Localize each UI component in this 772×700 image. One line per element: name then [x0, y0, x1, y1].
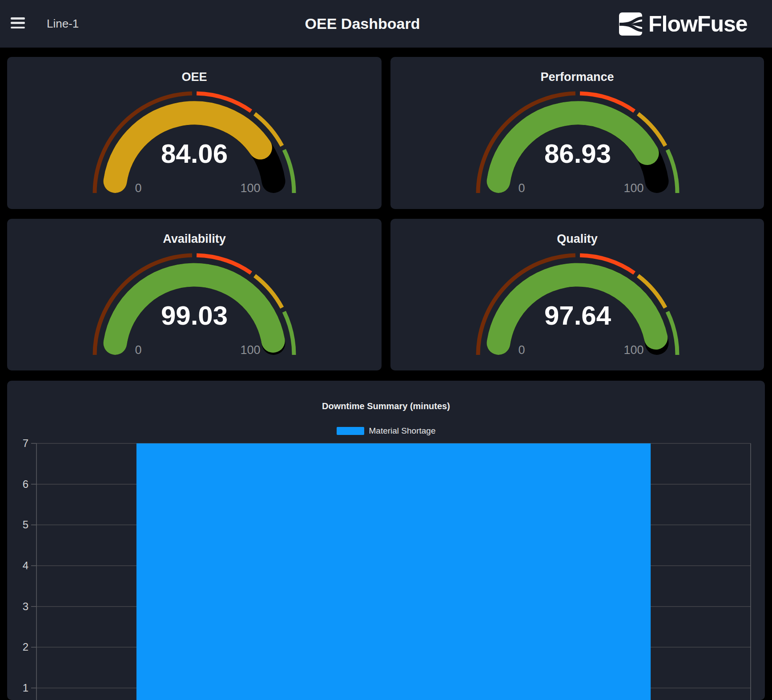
oee-gauge: 84.060100	[7, 57, 382, 209]
gauge-value: 97.64	[544, 301, 611, 330]
gauge-segment	[667, 150, 677, 193]
gauge-min-label: 0	[135, 343, 141, 357]
gauge-max-label: 100	[240, 343, 260, 357]
chart-legend: Material Shortage	[7, 426, 765, 436]
gauge-max-label: 100	[623, 343, 643, 357]
gauge-card-quality: Quality 97.640100	[390, 219, 764, 370]
flowfuse-logo: FlowFuse	[619, 0, 748, 48]
y-tick-label: 4	[23, 559, 28, 571]
gauge-segment	[284, 150, 294, 193]
gauge-segment	[667, 312, 677, 355]
gauge-value: 99.03	[161, 301, 228, 330]
menu-icon[interactable]	[11, 17, 25, 28]
legend-label: Material Shortage	[369, 426, 436, 436]
flowfuse-logo-text: FlowFuse	[648, 11, 748, 37]
quality-gauge: 97.640100	[390, 219, 764, 370]
gauge-min-label: 0	[518, 181, 525, 195]
flowfuse-logo-icon	[619, 12, 642, 36]
y-tick-label: 6	[23, 478, 28, 490]
y-tick-label: 3	[23, 600, 28, 612]
gauge-card-performance: Performance 86.930100	[390, 57, 764, 209]
page-title: OEE Dashboard	[305, 0, 420, 48]
top-navbar: Line-1 OEE Dashboard FlowFuse	[0, 0, 772, 48]
gauge-card-availability: Availability 99.030100	[7, 219, 382, 370]
gauge-card-oee: OEE 84.060100	[7, 57, 382, 209]
performance-gauge: 86.930100	[390, 57, 764, 209]
downtime-chart-card: 7654321 Downtime Summary (minutes) Mater…	[7, 381, 765, 700]
line-selector-label: Line-1	[47, 0, 79, 48]
gauge-min-label: 0	[518, 343, 525, 357]
gauge-value: 84.06	[161, 139, 228, 169]
gauge-min-label: 0	[135, 181, 141, 195]
gauge-max-label: 100	[240, 181, 260, 195]
y-tick-label: 7	[23, 437, 28, 449]
chart-title: Downtime Summary (minutes)	[7, 401, 765, 411]
gauge-value: 86.93	[544, 139, 611, 169]
y-tick-label: 1	[23, 682, 28, 694]
y-tick-label: 5	[23, 519, 28, 531]
material-shortage-bar	[137, 443, 651, 700]
legend-swatch	[337, 427, 364, 435]
availability-gauge: 99.030100	[7, 219, 382, 370]
legend-item-material-shortage[interactable]: Material Shortage	[337, 426, 436, 436]
gauge-max-label: 100	[623, 181, 643, 195]
y-tick-label: 2	[23, 641, 28, 653]
gauge-segment	[284, 312, 294, 355]
